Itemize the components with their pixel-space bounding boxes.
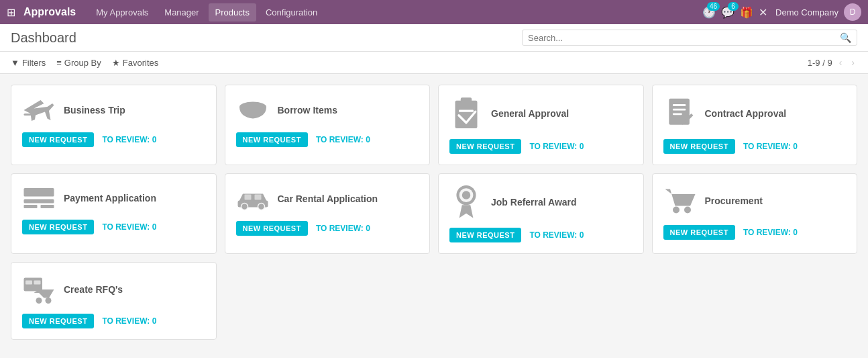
card-title: Borrow Items (278, 105, 337, 116)
card-procurement: Procurement NEW REQUEST TO REVIEW: 0 (652, 173, 858, 254)
card-car-rental: Car Rental Application NEW REQUEST TO RE… (225, 173, 431, 254)
nav-my-approvals[interactable]: My Approvals (89, 3, 155, 21)
svg-rect-8 (672, 113, 682, 115)
svg-point-20 (462, 191, 470, 199)
card-actions: NEW REQUEST TO REVIEW: 0 (236, 132, 419, 147)
svg-rect-25 (34, 281, 41, 285)
contract-icon (663, 96, 697, 131)
to-review-link[interactable]: TO REVIEW: 0 (102, 222, 156, 232)
svg-point-22 (684, 207, 691, 214)
new-request-button[interactable]: NEW REQUEST (22, 314, 94, 328)
card-actions: NEW REQUEST TO REVIEW: 0 (22, 220, 205, 234)
to-review-link[interactable]: TO REVIEW: 0 (529, 230, 584, 240)
card-actions: NEW REQUEST TO REVIEW: 0 (22, 314, 205, 328)
pager-next[interactable]: › (849, 56, 857, 69)
card-contract-approval: Contract Approval NEW REQUEST TO REVIEW:… (652, 85, 858, 165)
to-review-link[interactable]: TO REVIEW: 0 (102, 316, 156, 326)
cart-icon (663, 185, 697, 217)
to-review-link[interactable]: TO REVIEW: 0 (743, 142, 798, 151)
card-business-trip: Business Trip NEW REQUEST TO REVIEW: 0 (11, 85, 217, 165)
svg-point-27 (46, 298, 52, 304)
card-header: Job Referral Award (449, 185, 633, 220)
car-icon (236, 185, 270, 213)
svg-rect-9 (24, 188, 54, 197)
topnav-right: 🕐 46 💬 6 🎁 ✕ Demo Company D (702, 3, 861, 21)
card-title: Business Trip (64, 105, 125, 116)
card-header: Borrow Items (236, 96, 419, 124)
favorites-btn[interactable]: ★ Favorites (112, 58, 158, 68)
to-review-link[interactable]: TO REVIEW: 0 (743, 228, 798, 237)
card-header: Business Trip (22, 96, 205, 124)
card-header: Procurement (663, 185, 847, 217)
hand-icon (236, 96, 270, 124)
grid-icon[interactable]: ⊞ (7, 6, 15, 19)
favorites-label: Favorites (123, 58, 158, 68)
search-icon: 🔍 (840, 32, 851, 43)
to-review-link[interactable]: TO REVIEW: 0 (316, 135, 370, 144)
filters-label: Filters (22, 58, 46, 68)
clock-icon-btn[interactable]: 🕐 46 (702, 6, 716, 19)
new-request-button[interactable]: NEW REQUEST (236, 132, 308, 147)
rfq-icon (22, 273, 56, 306)
nav-products[interactable]: Products (209, 3, 256, 21)
svg-rect-17 (254, 195, 261, 200)
svg-rect-11 (24, 205, 38, 208)
topnav: ⊞ Approvals My Approvals Manager Product… (0, 0, 868, 24)
groupby-btn[interactable]: ≡ Group By (56, 58, 101, 68)
pager-prev[interactable]: ‹ (836, 56, 845, 69)
to-review-link[interactable]: TO REVIEW: 0 (316, 224, 370, 233)
card-payment-application: Payment Application NEW REQUEST TO REVIE… (11, 173, 217, 254)
chat-icon-btn[interactable]: 💬 6 (721, 6, 735, 19)
card-title: General Approval (491, 108, 569, 119)
new-request-button[interactable]: NEW REQUEST (663, 225, 735, 240)
new-request-button[interactable]: NEW REQUEST (663, 139, 735, 154)
clock-badge: 46 (707, 2, 720, 11)
card-header: Create RFQ's (22, 273, 205, 306)
topnav-menu: My Approvals Manager Products Configurat… (89, 3, 702, 21)
card-title: Procurement (705, 195, 763, 206)
svg-point-15 (258, 204, 264, 210)
card-actions: NEW REQUEST TO REVIEW: 0 (663, 225, 847, 240)
plane-icon (22, 96, 56, 124)
new-request-button[interactable]: NEW REQUEST (449, 228, 521, 242)
filters-btn[interactable]: ▼ Filters (11, 58, 46, 68)
card-title: Create RFQ's (64, 284, 123, 295)
clipboard-icon (449, 96, 483, 131)
card-actions: NEW REQUEST TO REVIEW: 0 (22, 132, 205, 147)
new-request-button[interactable]: NEW REQUEST (22, 132, 94, 147)
svg-point-14 (241, 204, 248, 210)
close-icon: ✕ (759, 6, 767, 19)
app-brand: Approvals (23, 6, 76, 18)
new-request-button[interactable]: NEW REQUEST (449, 139, 521, 154)
filter-icon: ▼ (11, 58, 19, 68)
search-input[interactable] (528, 33, 840, 43)
svg-rect-7 (672, 109, 685, 111)
svg-rect-3 (461, 97, 472, 103)
filterbar-left: ▼ Filters ≡ Group By ★ Favorites (11, 58, 158, 68)
card-header: Payment Application (22, 185, 205, 212)
star-icon: ★ (112, 58, 120, 68)
nav-configuration[interactable]: Configuration (259, 3, 324, 21)
to-review-link[interactable]: TO REVIEW: 0 (102, 135, 156, 144)
gift-icon: 🎁 (740, 6, 753, 19)
page-title: Dashboard (11, 30, 522, 46)
card-actions: NEW REQUEST TO REVIEW: 0 (449, 139, 633, 154)
svg-rect-24 (25, 281, 32, 285)
filterbar: ▼ Filters ≡ Group By ★ Favorites 1-9 / 9… (0, 52, 868, 74)
card-title: Payment Application (64, 193, 156, 204)
svg-rect-4 (459, 110, 474, 112)
user-avatar[interactable]: D (844, 3, 861, 21)
svg-point-26 (36, 298, 42, 304)
svg-rect-16 (244, 195, 251, 200)
card-job-referral: Job Referral Award NEW REQUEST TO REVIEW… (438, 173, 644, 254)
new-request-button[interactable]: NEW REQUEST (22, 220, 94, 234)
nav-manager[interactable]: Manager (158, 3, 205, 21)
to-review-link[interactable]: TO REVIEW: 0 (529, 142, 584, 151)
card-header: General Approval (449, 96, 633, 131)
svg-rect-6 (672, 104, 685, 106)
new-request-button[interactable]: NEW REQUEST (236, 221, 308, 236)
card-borrow-items: Borrow Items NEW REQUEST TO REVIEW: 0 (225, 85, 431, 165)
svg-point-21 (673, 207, 680, 214)
gift-icon-btn[interactable]: 🎁 (740, 6, 753, 19)
close-icon-btn[interactable]: ✕ (759, 6, 767, 19)
